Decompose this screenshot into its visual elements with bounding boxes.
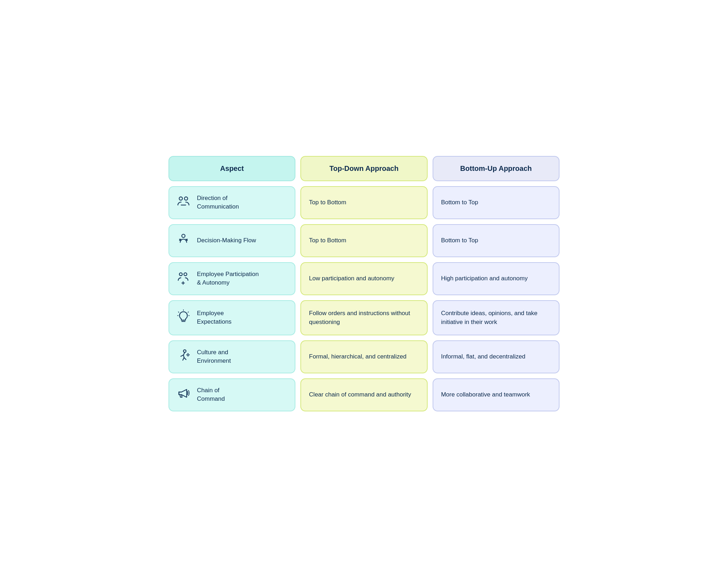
- participation-icon: [176, 270, 191, 287]
- culture-icon: [176, 348, 191, 366]
- header-topdown: Top-Down Approach: [300, 156, 427, 181]
- aspect-label-chain: Chain of Command: [197, 386, 225, 403]
- aspect-label-expectations: Employee Expectations: [197, 309, 231, 326]
- aspect-label-direction: Direction of Communication: [197, 194, 239, 211]
- topdown-culture: Formal, hierarchical, and centralized: [300, 340, 427, 373]
- aspect-label-participation: Employee Participation & Autonomy: [197, 270, 259, 287]
- megaphone-icon: [176, 386, 191, 404]
- bottomup-chain: More collaborative and teamwork: [433, 378, 560, 411]
- table-grid: Aspect Top-Down Approach Bottom-Up Appro…: [168, 156, 560, 411]
- lightbulb-icon: [176, 309, 191, 326]
- aspect-culture: Culture and Environment: [168, 340, 295, 373]
- topdown-decision: Top to Bottom: [300, 224, 427, 257]
- header-bottomup: Bottom-Up Approach: [433, 156, 560, 181]
- aspect-decision-making: Decision-Making Flow: [168, 224, 295, 257]
- svg-point-4: [184, 272, 187, 275]
- aspect-label-decision: Decision-Making Flow: [197, 236, 256, 245]
- svg-point-2: [182, 234, 185, 237]
- aspect-expectations: Employee Expectations: [168, 300, 295, 335]
- bottomup-culture: Informal, flat, and decentralized: [433, 340, 560, 373]
- bottomup-expectations: Contribute ideas, opinions, and take ini…: [433, 300, 560, 335]
- aspect-participation: Employee Participation & Autonomy: [168, 262, 295, 295]
- bottomup-participation: High participation and autonomy: [433, 262, 560, 295]
- people-icon: [176, 194, 191, 211]
- topdown-direction: Top to Bottom: [300, 186, 427, 219]
- svg-point-0: [179, 197, 182, 200]
- aspect-chain-of-command: Chain of Command: [168, 378, 295, 411]
- aspect-direction-of-communication: Direction of Communication: [168, 186, 295, 219]
- comparison-table: Aspect Top-Down Approach Bottom-Up Appro…: [168, 156, 560, 411]
- decision-icon: [176, 232, 191, 249]
- topdown-participation: Low participation and autonomy: [300, 262, 427, 295]
- bottomup-decision: Bottom to Top: [433, 224, 560, 257]
- svg-point-3: [180, 272, 182, 275]
- topdown-chain: Clear chain of command and authority: [300, 378, 427, 411]
- svg-point-1: [184, 197, 188, 200]
- aspect-label-culture: Culture and Environment: [197, 348, 231, 365]
- topdown-expectations: Follow orders and instructions without q…: [300, 300, 427, 335]
- bottomup-direction: Bottom to Top: [433, 186, 560, 219]
- header-aspect: Aspect: [168, 156, 295, 181]
